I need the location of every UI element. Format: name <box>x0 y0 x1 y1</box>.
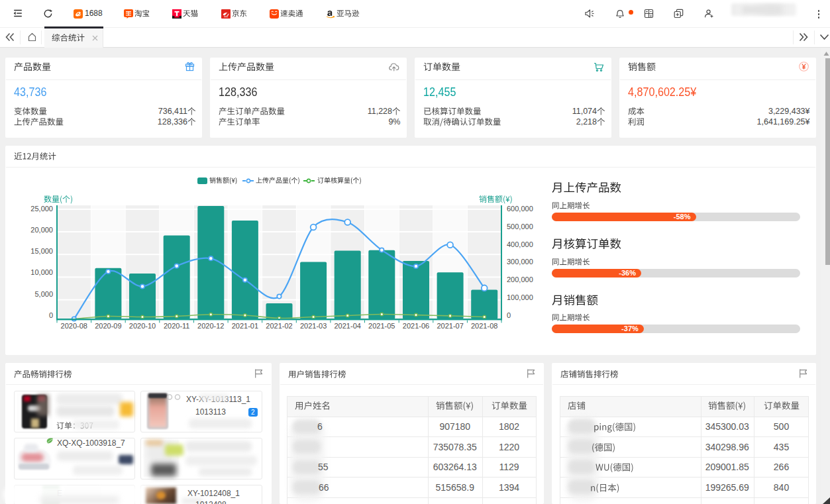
svg-text:200,000: 200,000 <box>507 276 533 283</box>
svg-text:400,000: 400,000 <box>507 240 533 248</box>
svg-text:0: 0 <box>507 311 511 319</box>
svg-text:2020-08: 2020-08 <box>61 322 87 330</box>
svg-text:500,000: 500,000 <box>507 223 533 230</box>
svg-text:2020-12: 2020-12 <box>197 322 224 330</box>
svg-text:25,000: 25,000 <box>30 205 53 213</box>
svg-text:5,000: 5,000 <box>34 290 53 298</box>
svg-text:2021-06: 2021-06 <box>403 322 429 330</box>
svg-text:2021-01: 2021-01 <box>232 322 258 330</box>
svg-text:100,000: 100,000 <box>507 293 533 301</box>
svg-text:2020-09: 2020-09 <box>95 322 121 330</box>
svg-text:20,000: 20,000 <box>30 226 53 234</box>
svg-text:2020-11: 2020-11 <box>164 322 190 330</box>
svg-text:600,000: 600,000 <box>507 205 533 213</box>
svg-text:2021-02: 2021-02 <box>266 322 292 330</box>
svg-text:300,000: 300,000 <box>507 258 533 266</box>
svg-text:2021-07: 2021-07 <box>437 322 463 330</box>
svg-text:2020-10: 2020-10 <box>129 322 156 330</box>
svg-text:10,000: 10,000 <box>30 268 53 276</box>
svg-text:2021-05: 2021-05 <box>368 322 395 330</box>
svg-text:15,000: 15,000 <box>30 247 53 255</box>
svg-text:0: 0 <box>49 311 53 319</box>
svg-text:2021-03: 2021-03 <box>300 322 327 330</box>
svg-text:2021-04: 2021-04 <box>335 322 361 330</box>
svg-text:2021-08: 2021-08 <box>471 322 497 330</box>
